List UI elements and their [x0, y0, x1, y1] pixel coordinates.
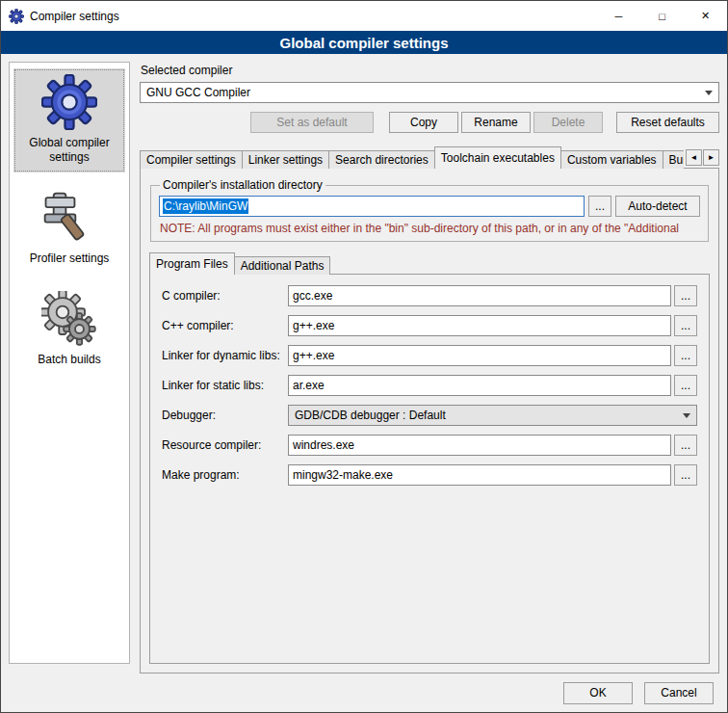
field-row: Make program: ...: [162, 464, 697, 486]
maximize-button[interactable]: □: [640, 1, 684, 31]
titlebar: Compiler settings ─ □ ✕: [1, 1, 727, 31]
installation-directory-row: C:\raylib\MinGW ... Auto-detect: [159, 196, 700, 217]
tab-scroll-arrows: ◄ ►: [686, 149, 719, 166]
main-area: Selected compiler GNU GCC Compiler Set a…: [140, 62, 719, 673]
dialog-body: Global compiler settings Profiler settin…: [1, 54, 727, 673]
tab-program-files[interactable]: Program Files: [149, 252, 235, 275]
profiler-tool-icon: [41, 190, 97, 246]
resource-compiler-input[interactable]: [288, 435, 671, 456]
set-as-default-button[interactable]: Set as default: [250, 112, 374, 133]
resource-compiler-label: Resource compiler:: [162, 438, 288, 452]
sidebar: Global compiler settings Profiler settin…: [9, 62, 130, 664]
ok-button[interactable]: OK: [563, 682, 633, 704]
field-row: C compiler: ...: [162, 285, 697, 306]
tab-compiler-settings[interactable]: Compiler settings: [140, 150, 243, 169]
static-linker-input[interactable]: [288, 375, 671, 396]
compiler-action-buttons: Set as default Copy Rename Delete Reset …: [140, 112, 719, 133]
gray-gears-icon: [41, 291, 97, 347]
reset-defaults-button[interactable]: Reset defaults: [616, 112, 719, 133]
tabs: Compiler settings Linker settings Search…: [140, 146, 684, 169]
static-linker-label: Linker for static libs:: [162, 379, 288, 392]
field-row: Linker for dynamic libs: ...: [162, 345, 697, 366]
cancel-button[interactable]: Cancel: [644, 682, 714, 704]
browse-button[interactable]: ...: [674, 315, 697, 336]
dynamic-linker-label: Linker for dynamic libs:: [162, 349, 288, 362]
compiler-settings-window: Compiler settings ─ □ ✕ Global compiler …: [0, 0, 728, 713]
minimize-button[interactable]: ─: [597, 1, 640, 31]
sidebar-item-label: Global compiler settings: [15, 136, 123, 165]
selected-compiler-label: Selected compiler: [141, 64, 719, 77]
delete-button[interactable]: Delete: [533, 112, 603, 133]
field-row: C++ compiler: ...: [162, 315, 697, 336]
installation-directory-group-title: Compiler's installation directory: [160, 178, 325, 192]
make-program-input[interactable]: [288, 464, 671, 486]
close-button[interactable]: ✕: [684, 1, 727, 31]
auto-detect-button[interactable]: Auto-detect: [615, 196, 700, 217]
tab-strip: Compiler settings Linker settings Search…: [140, 146, 719, 169]
chevron-down-icon: [701, 83, 716, 102]
dialog-header: Global compiler settings: [1, 31, 727, 54]
browse-directory-button[interactable]: ...: [588, 196, 611, 217]
sidebar-item-batch-builds[interactable]: Batch builds: [13, 285, 125, 375]
sidebar-item-global-compiler-settings[interactable]: Global compiler settings: [13, 68, 125, 172]
make-program-label: Make program:: [162, 468, 288, 482]
sidebar-item-label: Batch builds: [38, 353, 100, 367]
tab-scroll-right-button[interactable]: ►: [703, 149, 719, 166]
tab-additional-paths[interactable]: Additional Paths: [234, 256, 331, 275]
tab-scroll-left-button[interactable]: ◄: [686, 149, 702, 166]
cpp-compiler-input[interactable]: [288, 315, 671, 336]
app-icon: [9, 9, 24, 24]
tab-search-directories[interactable]: Search directories: [328, 150, 435, 169]
caption-buttons: ─ □ ✕: [597, 1, 727, 31]
browse-button[interactable]: ...: [674, 464, 697, 486]
tab-custom-variables[interactable]: Custom variables: [560, 150, 663, 169]
tab-linker-settings[interactable]: Linker settings: [242, 150, 329, 169]
dialog-footer: OK Cancel: [1, 673, 727, 712]
field-row: Debugger: GDB/CDB debugger : Default: [162, 405, 697, 426]
debugger-select[interactable]: GDB/CDB debugger : Default: [288, 405, 697, 426]
browse-button[interactable]: ...: [674, 435, 697, 456]
installation-directory-value: C:\raylib\MinGW: [163, 198, 248, 214]
selected-compiler-value: GNU GCC Compiler: [146, 86, 250, 99]
installation-directory-input[interactable]: C:\raylib\MinGW: [159, 196, 585, 217]
field-row: Linker for static libs: ...: [162, 375, 697, 396]
dynamic-linker-input[interactable]: [288, 345, 671, 366]
sidebar-item-profiler-settings[interactable]: Profiler settings: [13, 184, 125, 274]
blue-gear-icon: [41, 74, 97, 130]
program-files-panel: C compiler: ... C++ compiler: ... Linker…: [149, 274, 710, 664]
browse-button[interactable]: ...: [674, 285, 697, 306]
inner-tabs: Program Files Additional Paths: [149, 252, 710, 275]
debugger-value: GDB/CDB debugger : Default: [295, 409, 446, 422]
chevron-down-icon: [679, 406, 694, 425]
browse-button[interactable]: ...: [674, 345, 697, 366]
window-title: Compiler settings: [30, 10, 119, 23]
rename-button[interactable]: Rename: [461, 112, 531, 133]
toolchain-executables-panel: Compiler's installation directory C:\ray…: [140, 168, 719, 673]
copy-button[interactable]: Copy: [389, 112, 458, 133]
browse-button[interactable]: ...: [674, 375, 697, 396]
selected-compiler-select[interactable]: GNU GCC Compiler: [140, 82, 719, 103]
directory-note: NOTE: All programs must exist either in …: [160, 222, 699, 235]
tab-toolchain-executables[interactable]: Toolchain executables: [434, 146, 561, 169]
c-compiler-label: C compiler:: [162, 289, 288, 303]
field-row: Resource compiler: ...: [162, 435, 697, 456]
inner-tab-strip: Program Files Additional Paths: [149, 252, 710, 275]
c-compiler-input[interactable]: [288, 285, 671, 306]
debugger-label: Debugger:: [162, 409, 288, 422]
tab-build-options[interactable]: Buil: [663, 150, 684, 169]
installation-directory-group: Compiler's installation directory C:\ray…: [150, 178, 709, 242]
dialog-header-title: Global compiler settings: [279, 35, 448, 51]
cpp-compiler-label: C++ compiler:: [162, 319, 288, 332]
sidebar-item-label: Profiler settings: [30, 251, 110, 266]
